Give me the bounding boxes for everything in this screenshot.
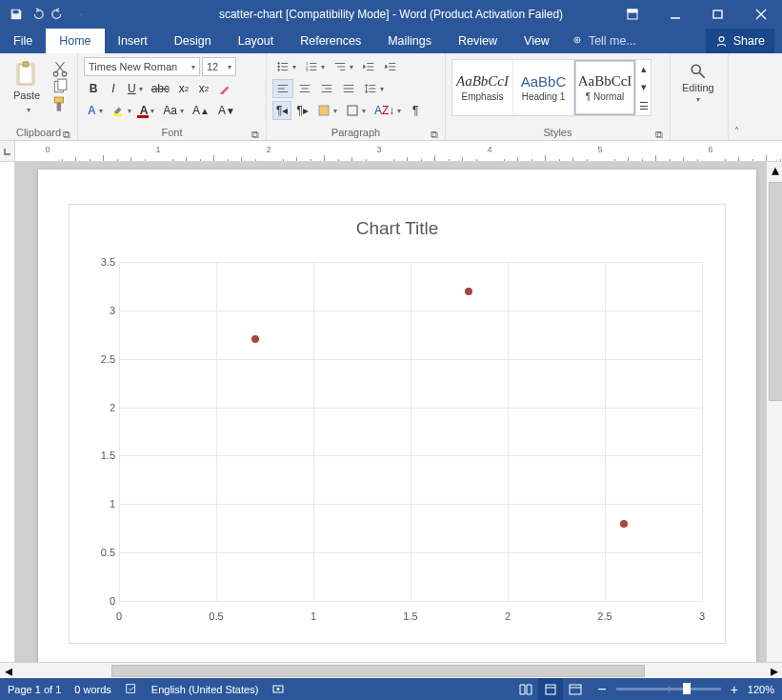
style-normal[interactable]: AaBbCcI ¶ Normal <box>574 60 635 115</box>
language-indicator[interactable]: English (United States) <box>151 684 259 695</box>
gallery-more-icon[interactable]: ☰ <box>636 97 651 115</box>
qat-customize-icon[interactable] <box>72 8 86 21</box>
gallery-down-icon[interactable]: ▾ <box>636 78 651 96</box>
svg-rect-31 <box>546 685 555 694</box>
tab-selector-icon[interactable] <box>0 141 15 161</box>
horizontal-scrollbar[interactable]: ◂ ▸ <box>0 662 782 678</box>
scatter-point[interactable] <box>620 520 628 528</box>
bold-button[interactable]: B <box>84 79 103 98</box>
scroll-up-icon[interactable]: ▴ <box>767 162 782 178</box>
chart-object[interactable]: Chart Title 00.511.522.533.500.511.522.5… <box>69 204 726 644</box>
sort-icon[interactable]: AZ↓ <box>371 101 405 120</box>
style-emphasis[interactable]: AaBbCcI Emphasis <box>452 60 513 115</box>
minimize-icon[interactable] <box>653 0 696 29</box>
zoom-level[interactable]: 120% <box>748 684 774 695</box>
ltr-direction-icon[interactable]: ¶◂ <box>272 101 291 120</box>
change-case-icon[interactable]: Aa <box>159 101 188 120</box>
strikethrough-button[interactable]: abc <box>148 79 173 98</box>
copy-icon[interactable] <box>51 79 69 94</box>
scatter-point[interactable] <box>465 288 472 295</box>
scroll-right-icon[interactable]: ▸ <box>766 663 782 679</box>
paste-button[interactable]: Paste <box>6 57 48 114</box>
page-indicator[interactable]: Page 1 of 1 <box>8 684 61 695</box>
multilevel-list-icon[interactable] <box>330 57 357 76</box>
superscript-button[interactable]: x2 <box>194 79 213 98</box>
chart-plot-area[interactable] <box>119 262 702 601</box>
line-spacing-icon[interactable] <box>360 79 388 98</box>
ribbon-display-options-icon[interactable] <box>611 0 653 29</box>
paragraph-launcher-icon[interactable]: ⧉ <box>430 129 439 138</box>
undo-icon[interactable] <box>30 8 44 21</box>
scroll-left-icon[interactable]: ◂ <box>0 663 16 679</box>
shrink-font-icon[interactable]: A▼ <box>214 101 239 120</box>
style-heading1[interactable]: AaBbC Heading 1 <box>513 60 574 115</box>
format-painter-icon[interactable] <box>51 97 69 112</box>
word-count[interactable]: 0 words <box>74 684 111 695</box>
align-center-icon[interactable] <box>294 79 315 98</box>
vertical-scrollbar[interactable]: ▴ ▾ <box>766 162 782 678</box>
paste-dropdown-icon[interactable] <box>24 103 30 114</box>
italic-button[interactable]: I <box>104 79 123 98</box>
clipboard-launcher-icon[interactable]: ⧉ <box>62 129 71 138</box>
font-launcher-icon[interactable]: ⧉ <box>251 129 260 138</box>
horizontal-scroll-thumb[interactable] <box>111 665 645 677</box>
shading-icon[interactable] <box>313 101 341 120</box>
cut-icon[interactable] <box>51 61 69 76</box>
gallery-up-icon[interactable]: ▴ <box>636 60 651 78</box>
tab-home[interactable]: Home <box>46 29 104 53</box>
web-layout-icon[interactable] <box>563 678 588 700</box>
justify-icon[interactable] <box>338 79 359 98</box>
show-marks-icon[interactable]: ¶ <box>406 101 425 120</box>
collapse-ribbon-icon[interactable]: ˄ <box>728 53 745 140</box>
print-layout-icon[interactable] <box>538 678 563 700</box>
tab-references[interactable]: References <box>287 29 374 53</box>
decrease-indent-icon[interactable] <box>358 57 379 76</box>
read-mode-icon[interactable] <box>513 678 538 700</box>
document-area: Chart Title 00.511.522.533.500.511.522.5… <box>0 162 782 678</box>
tab-review[interactable]: Review <box>445 29 511 53</box>
subscript-button[interactable]: x2 <box>174 79 193 98</box>
tab-file[interactable]: File <box>0 29 46 53</box>
vertical-ruler[interactable] <box>0 162 15 678</box>
underline-button[interactable]: U <box>124 79 147 98</box>
macro-record-icon[interactable] <box>271 682 285 697</box>
grow-font-icon[interactable]: A▲ <box>189 101 213 120</box>
save-icon[interactable] <box>10 8 23 21</box>
numbering-icon[interactable]: 123 <box>301 57 329 76</box>
font-color-icon[interactable]: A <box>136 101 159 120</box>
increase-indent-icon[interactable] <box>380 57 401 76</box>
chart-title[interactable]: Chart Title <box>70 205 725 249</box>
group-font: Times New Roman▾ 12▾ B I U abc x2 x2 A A… <box>78 53 267 140</box>
tab-mailings[interactable]: Mailings <box>374 29 445 53</box>
style-preview: AaBbCcI <box>456 73 509 90</box>
vertical-scroll-thumb[interactable] <box>769 182 782 401</box>
align-right-icon[interactable] <box>316 79 337 98</box>
redo-icon[interactable] <box>51 8 65 21</box>
tab-view[interactable]: View <box>511 29 563 53</box>
scatter-point[interactable] <box>251 335 259 343</box>
horizontal-ruler[interactable]: 0123456 <box>0 141 782 162</box>
clear-formatting-icon[interactable] <box>214 79 235 98</box>
font-size-combo[interactable]: 12▾ <box>202 57 236 76</box>
styles-launcher-icon[interactable]: ⧉ <box>654 129 664 138</box>
zoom-handle[interactable] <box>683 683 691 694</box>
maximize-icon[interactable] <box>696 0 739 29</box>
spell-check-icon[interactable] <box>125 682 138 697</box>
tell-me-search[interactable]: Tell me... <box>572 29 636 53</box>
align-left-icon[interactable] <box>272 79 293 98</box>
rtl-direction-icon[interactable]: ¶▸ <box>292 101 311 120</box>
bullets-icon[interactable] <box>272 57 300 76</box>
editing-button[interactable]: Editing ▾ <box>676 57 720 104</box>
text-effects-icon[interactable]: A <box>84 101 107 120</box>
font-name-combo[interactable]: Times New Roman▾ <box>84 57 200 76</box>
document-page[interactable]: Chart Title 00.511.522.533.500.511.522.5… <box>38 170 756 665</box>
tab-design[interactable]: Design <box>161 29 225 53</box>
share-button[interactable]: Share <box>706 29 774 53</box>
tab-insert[interactable]: Insert <box>105 29 161 53</box>
zoom-slider[interactable] <box>616 688 721 690</box>
tab-layout[interactable]: Layout <box>225 29 288 53</box>
close-icon[interactable] <box>739 0 782 29</box>
borders-icon[interactable] <box>342 101 370 120</box>
y-tick-label: 1.5 <box>89 450 115 461</box>
highlight-icon[interactable] <box>108 101 135 120</box>
